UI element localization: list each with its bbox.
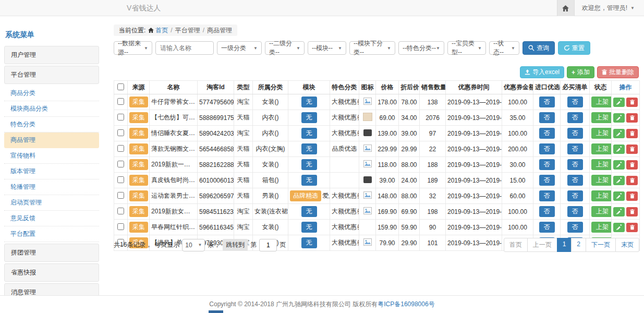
name-search-input[interactable] [155,41,214,55]
sidebar-section-3[interactable]: 省惠快报 [4,263,99,282]
row-checkbox[interactable] [117,129,124,136]
sidebar-item[interactable]: 版本管理 [4,164,99,179]
filter-select-data-source[interactable]: --数据来源--▼ [114,41,152,55]
edit-button[interactable] [613,191,625,201]
edit-button[interactable] [613,223,625,232]
must-buy-toggle[interactable]: 否 [567,206,583,217]
status-badge[interactable]: 上架 [591,159,612,170]
pager-item-1[interactable]: 1 [557,238,572,252]
imported-toggle[interactable]: 否 [539,143,555,154]
edit-button[interactable] [613,113,625,123]
status-badge[interactable]: 上架 [591,206,612,217]
jump-button[interactable]: 跳转到 [223,239,248,251]
imported-toggle[interactable]: 否 [539,190,555,201]
delete-button[interactable] [626,98,638,107]
sidebar-item[interactable]: 商品分类 [4,86,99,101]
imported-toggle[interactable]: 否 [539,222,555,233]
search-button[interactable]: 查询 [523,41,555,55]
sidebar-item[interactable]: 启动页管理 [4,195,99,211]
add-button[interactable]: + 添加 [567,66,594,78]
pager-item-下一页[interactable]: 下一页 [586,238,616,252]
must-buy-toggle[interactable]: 否 [567,97,583,107]
row-checkbox[interactable] [117,161,124,167]
sidebar-item[interactable]: 商品管理 [4,133,99,148]
module-none-badge[interactable]: 无 [301,175,317,186]
module-none-badge[interactable]: 无 [301,128,317,139]
filter-select-feature-category[interactable]: --特色分类--▼ [398,41,444,55]
edit-button[interactable] [613,176,625,185]
must-buy-toggle[interactable]: 否 [567,112,583,123]
row-checkbox[interactable] [117,176,124,183]
edit-button[interactable] [613,160,625,170]
pager-item-上一页[interactable]: 上一页 [527,238,557,252]
row-checkbox[interactable] [117,98,124,105]
must-buy-toggle[interactable]: 否 [567,159,583,170]
status-badge[interactable]: 上架 [591,222,612,233]
jump-page-input[interactable] [259,239,277,251]
sidebar-item[interactable]: 宣传物料 [4,148,99,164]
row-checkbox[interactable] [117,208,124,214]
status-badge[interactable]: 上架 [591,143,612,154]
page-size-select[interactable]: 10 ▼ [182,239,205,251]
row-checkbox[interactable] [117,114,124,121]
breadcrumb-home-link[interactable]: 首页 [148,26,168,35]
status-badge[interactable]: 上架 [591,112,612,123]
sidebar-section-0[interactable]: 用户管理 [4,46,99,64]
imported-toggle[interactable]: 否 [539,128,555,139]
sidebar-item[interactable]: 意见反馈 [4,211,99,226]
filter-select-item-type[interactable]: --宝贝类型--▼ [447,41,486,55]
delete-button[interactable] [626,207,638,216]
imported-toggle[interactable]: 否 [539,97,555,107]
sidebar-section-1[interactable]: 平台管理 [4,66,99,84]
status-badge[interactable]: 上架 [591,128,612,139]
delete-button[interactable] [626,129,638,138]
imported-toggle[interactable]: 否 [539,159,555,170]
edit-button[interactable] [613,145,625,154]
imported-toggle[interactable]: 否 [539,206,555,217]
pager-item-首页[interactable]: 首页 [504,238,528,252]
must-buy-toggle[interactable]: 否 [567,128,583,139]
home-button[interactable] [557,0,575,16]
filter-select-status[interactable]: --状态--▼ [489,41,519,55]
select-all-checkbox[interactable] [117,83,124,90]
delete-button[interactable] [626,176,638,185]
status-badge[interactable]: 上架 [591,175,612,186]
pager-item-末页[interactable]: 末页 [615,238,639,252]
row-checkbox[interactable] [117,192,124,199]
filter-select-module-sub[interactable]: --模块下分类--▼ [349,41,395,55]
delete-button[interactable] [626,113,638,123]
filter-select-module[interactable]: --模块--▼ [308,41,346,55]
delete-button[interactable] [626,191,638,201]
module-none-badge[interactable]: 无 [301,112,317,123]
delete-button[interactable] [626,145,638,154]
filter-select-category-level2[interactable]: --二级分类--▼ [265,41,305,55]
icp-link[interactable]: 粤ICP备16098006号 [378,300,434,309]
sidebar-section-4[interactable]: 消息管理 [4,283,99,295]
status-badge[interactable]: 上架 [591,190,612,201]
row-checkbox[interactable] [117,223,124,230]
pager-item-2[interactable]: 2 [571,238,586,252]
imported-toggle[interactable]: 否 [539,175,555,186]
module-none-badge[interactable]: 无 [301,206,317,217]
must-buy-toggle[interactable]: 否 [567,222,583,233]
sidebar-item[interactable]: 平台配置 [4,226,99,242]
sidebar-item[interactable]: 轮播管理 [4,179,99,195]
module-none-badge[interactable]: 无 [301,222,317,233]
edit-button[interactable] [613,98,625,107]
module-none-badge[interactable]: 无 [301,143,317,154]
user-menu[interactable]: 欢迎您，管理员! ▼ [575,0,644,16]
module-badge[interactable]: 品牌精选 [290,190,321,201]
must-buy-toggle[interactable]: 否 [567,175,583,186]
delete-button[interactable] [626,223,638,232]
import-excel-button[interactable]: 导入excel [520,66,564,78]
reset-button[interactable]: 重置 [558,41,590,55]
imported-toggle[interactable]: 否 [539,112,555,123]
must-buy-toggle[interactable]: 否 [567,143,583,154]
row-checkbox[interactable] [117,145,124,152]
batch-delete-button[interactable]: 批量删除 [597,66,639,78]
sidebar-section-2[interactable]: 拼团管理 [4,244,99,262]
edit-button[interactable] [613,207,625,216]
must-buy-toggle[interactable]: 否 [567,190,583,201]
module-none-badge[interactable]: 无 [301,97,317,107]
edit-button[interactable] [613,129,625,138]
